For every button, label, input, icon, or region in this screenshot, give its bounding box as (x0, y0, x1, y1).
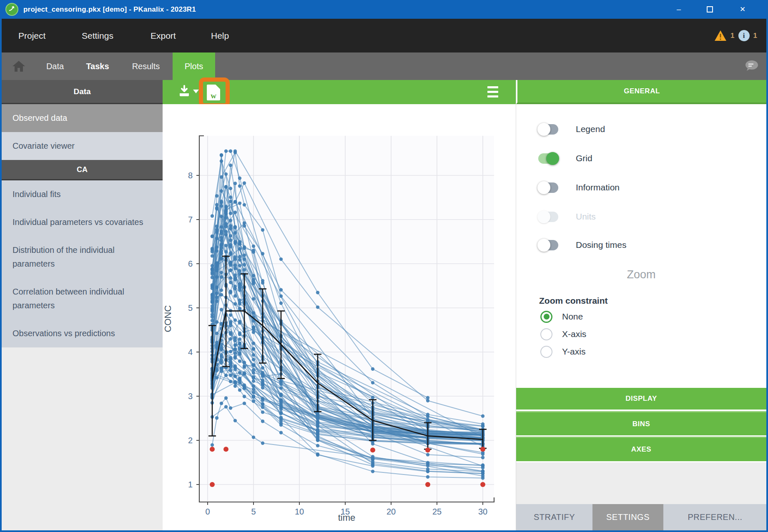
svg-text:10: 10 (295, 507, 304, 516)
bottom-tab-preferen[interactable]: PREFEREN... (663, 504, 767, 530)
menu-bar: ProjectSettingsExportHelp 1 i 1 (2, 19, 766, 52)
toggle-label: Information (576, 182, 620, 192)
toggle-dosing-times[interactable] (538, 240, 558, 250)
bottom-tab-stratify[interactable]: STRATIFY (516, 504, 592, 530)
svg-text:2: 2 (188, 436, 193, 445)
radio-none[interactable] (540, 311, 552, 323)
x-axis-label: time (338, 512, 356, 523)
close-button[interactable]: ✕ (733, 0, 752, 19)
info-count: 1 (753, 32, 757, 40)
toggle-row-grid: Grid (538, 151, 592, 166)
main-tab-bar: DataTasksResultsPlots (2, 52, 766, 80)
svg-text:6: 6 (188, 259, 193, 268)
plot-canvas[interactable]: 12345678051015202530timeCONC (163, 104, 516, 530)
zoom-section-title: Zoom (516, 268, 766, 281)
settings-panel: GENERAL LegendGridInformationUnitsDosing… (516, 80, 766, 530)
title-bar: project_censoring.pkx [demo] - PKanalix … (0, 0, 768, 19)
svg-text:20: 20 (387, 507, 396, 516)
toggle-label: Units (576, 212, 596, 222)
toggle-grid[interactable] (538, 153, 558, 164)
menu-item-export[interactable]: Export (151, 19, 176, 52)
toggle-row-legend: Legend (538, 122, 605, 137)
svg-text:7: 7 (188, 215, 193, 224)
download-dropdown-caret[interactable] (193, 90, 199, 93)
zoom-constraint-label: Zoom constraint (539, 296, 608, 306)
svg-text:25: 25 (432, 507, 442, 516)
sidebar-item-correlation-between-individual-parameters[interactable]: Correlation between individual parameter… (2, 278, 163, 320)
radio-label: X-axis (562, 329, 586, 339)
toggle-label: Legend (576, 124, 605, 134)
maximize-icon (707, 6, 713, 12)
window-border-left (0, 19, 2, 532)
toggle-legend[interactable] (538, 124, 558, 135)
menu-item-project[interactable]: Project (18, 19, 45, 52)
radio-y-axis[interactable] (540, 346, 552, 358)
feedback-bubble-icon[interactable] (745, 60, 759, 72)
minimize-button[interactable]: – (669, 0, 688, 19)
tab-plots[interactable]: Plots (173, 52, 215, 80)
menu-item-help[interactable]: Help (211, 19, 229, 52)
general-section-header[interactable]: GENERAL (516, 80, 766, 104)
app-logo-icon (5, 3, 18, 16)
toggle-row-units: Units (538, 209, 596, 224)
svg-text:1: 1 (188, 480, 193, 489)
toggle-row-dosing-times: Dosing times (538, 237, 626, 252)
bottom-tab-settings[interactable]: SETTINGS (592, 504, 663, 530)
sidebar-item-observed-data[interactable]: Observed data (2, 104, 163, 132)
tab-results[interactable]: Results (130, 52, 162, 80)
app-window: project_censoring.pkx [demo] - PKanalix … (0, 0, 768, 532)
window-border-right (766, 19, 768, 532)
sidebar-item-individual-fits[interactable]: Individual fits (2, 180, 163, 208)
observed-data-chart: 12345678051015202530timeCONC (163, 104, 516, 530)
tab-data[interactable]: Data (39, 52, 71, 80)
sidebar-item-distribution-of-the-individual-parameters[interactable]: Distribution of the individual parameter… (2, 236, 163, 278)
bins-button[interactable]: BINS (516, 411, 766, 435)
window-title: project_censoring.pkx [demo] - PKanalix … (23, 0, 196, 19)
toggle-label: Dosing times (576, 240, 626, 250)
sidebar-section-ca: CA (2, 160, 163, 180)
radio-row-y-axis[interactable]: Y-axis (540, 345, 585, 358)
maximize-button[interactable] (700, 0, 719, 19)
plot-menu-icon[interactable] (487, 86, 498, 97)
radio-row-none[interactable]: None (540, 310, 583, 323)
warning-icon[interactable] (714, 30, 727, 41)
info-icon[interactable]: i (738, 30, 750, 41)
toggle-row-information: Information (538, 180, 620, 195)
axes-button[interactable]: AXES (516, 437, 766, 461)
radio-row-x-axis[interactable]: X-axis (540, 327, 586, 341)
home-icon[interactable] (12, 59, 26, 73)
svg-text:3: 3 (188, 392, 193, 401)
sidebar-item-observations-vs-predictions[interactable]: Observations vs predictions (2, 320, 163, 347)
status-badges: 1 i 1 (714, 19, 757, 52)
radio-label: None (562, 312, 583, 322)
plots-sidebar: DataObserved dataCovariate viewerCAIndiv… (2, 80, 163, 530)
sidebar-section-data: Data (2, 80, 163, 104)
svg-text:5: 5 (188, 303, 193, 312)
window-border-bottom (0, 530, 768, 532)
warning-count: 1 (730, 32, 734, 40)
radio-label: Y-axis (562, 347, 585, 357)
download-icon (178, 85, 190, 97)
tab-tasks[interactable]: Tasks (83, 52, 112, 80)
download-button[interactable] (178, 85, 199, 97)
plot-toolbar: w (163, 80, 516, 104)
svg-text:4: 4 (188, 347, 193, 357)
svg-text:8: 8 (188, 171, 193, 180)
display-button[interactable]: DISPLAY (516, 388, 766, 410)
toggle-information[interactable] (538, 182, 558, 193)
sidebar-item-individual-parameters-vs-covariates[interactable]: Individual parameters vs covariates (2, 208, 163, 236)
radio-x-axis[interactable] (540, 328, 552, 340)
y-axis-label: CONC (163, 305, 173, 332)
sidebar-item-covariate-viewer[interactable]: Covariate viewer (2, 132, 163, 160)
toggle-label: Grid (576, 153, 592, 163)
toggle-units (538, 212, 558, 222)
menu-item-settings[interactable]: Settings (82, 19, 113, 52)
annotation-highlight-box (199, 77, 230, 107)
svg-text:0: 0 (205, 507, 210, 516)
svg-text:30: 30 (478, 507, 487, 516)
svg-text:5: 5 (251, 507, 256, 516)
